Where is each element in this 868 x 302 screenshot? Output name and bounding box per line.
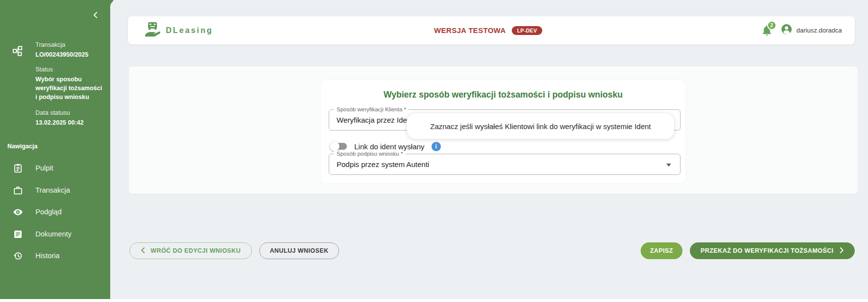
header-right: 2 dariusz.doradca bbox=[761, 16, 842, 44]
actions-right: ZAPISZ PRZEKAŻ DO WERYFIKACJI TOŻSAMOŚCI bbox=[641, 242, 855, 259]
ident-link-tooltip: Zaznacz jeśli wysłałeś Klientowi link do… bbox=[407, 113, 674, 139]
signature-method-value: Podpis przez system Autenti bbox=[337, 160, 429, 168]
sidebar-item-historia[interactable]: Historia bbox=[0, 250, 111, 263]
sidebar-collapse-button[interactable] bbox=[90, 10, 101, 22]
sidebar-item-podglad[interactable]: Podgląd bbox=[0, 206, 111, 219]
account-circle-icon bbox=[780, 23, 793, 37]
sidebar-item-label: Pulpit bbox=[35, 164, 53, 172]
content-card: Wybierz sposób weryfikacji tożsamości i … bbox=[129, 67, 858, 194]
sidebar-item-label: Podgląd bbox=[35, 208, 62, 216]
chevron-down-icon bbox=[666, 164, 671, 167]
history-icon bbox=[13, 251, 23, 261]
page-title: Wybierz sposób weryfikacji tożsamości i … bbox=[321, 90, 685, 100]
sidebar-item-label: Historia bbox=[35, 252, 60, 260]
submit-verification-button[interactable]: PRZEKAŻ DO WERYFIKACJI TOŻSAMOŚCI bbox=[690, 242, 855, 259]
env-badge: LP-DEV bbox=[512, 26, 542, 35]
info-icon[interactable]: i bbox=[432, 142, 441, 151]
sidebar: Transakcja LO/00243950/2025 Status Wybór… bbox=[0, 0, 113, 299]
sidebar-item-dokumenty[interactable]: Dokumenty bbox=[0, 228, 111, 241]
sidebar-item-transakcja[interactable]: Transakcja bbox=[0, 184, 111, 197]
bottom-strip bbox=[0, 299, 868, 302]
document-icon bbox=[13, 229, 23, 239]
status-value: Wybór sposobu weryfikacji tożsamości i p… bbox=[35, 75, 105, 101]
notifications-badge: 2 bbox=[767, 21, 776, 30]
main-panel: DLeasing WERSJA TESTOWA LP-DEV 2 dari bbox=[110, 0, 868, 299]
chevron-left-icon bbox=[141, 247, 145, 255]
verification-form-card: Wybierz sposób weryfikacji tożsamości i … bbox=[321, 80, 685, 183]
header-bar: DLeasing WERSJA TESTOWA LP-DEV 2 dari bbox=[128, 16, 855, 44]
nav-section-header: Nawigacja bbox=[7, 143, 37, 150]
back-button-label: WRÓĆ DO EDYCJI WNIOSKU bbox=[151, 247, 241, 254]
toggle-thumb bbox=[330, 141, 340, 151]
transaction-number: LO/00243950/2025 bbox=[35, 50, 105, 59]
save-button-label: ZAPISZ bbox=[650, 247, 673, 254]
notifications-button[interactable]: 2 bbox=[761, 24, 774, 37]
tooltip-text: Zaznacz jeśli wysłałeś Klientowi link do… bbox=[430, 122, 651, 131]
status-label: Status bbox=[35, 66, 53, 73]
status-date-value: 13.02.2025 00:42 bbox=[35, 118, 105, 127]
logo[interactable]: DLeasing bbox=[144, 16, 213, 44]
sidebar-item-pulpit[interactable]: Pulpit bbox=[0, 162, 111, 175]
briefcase-icon bbox=[13, 185, 23, 196]
status-date-label: Data statusu bbox=[35, 109, 70, 116]
sidebar-item-label: Dokumenty bbox=[35, 230, 71, 238]
chevron-right-icon bbox=[839, 247, 844, 255]
eye-icon bbox=[13, 207, 23, 217]
save-button[interactable]: ZAPISZ bbox=[641, 242, 682, 259]
sidebar-item-label: Transakcja bbox=[35, 186, 70, 194]
signature-method-label: Sposób podpisu wniosku * bbox=[334, 151, 405, 157]
environment-banner: WERSJA TESTOWA LP-DEV bbox=[434, 16, 542, 44]
bell-icon bbox=[761, 30, 773, 38]
chevron-left-icon bbox=[93, 11, 99, 20]
ident-link-toggle[interactable] bbox=[330, 141, 347, 151]
verification-method-label: Sposób weryfikacji Klienta * bbox=[334, 106, 408, 112]
transaction-label: Transakcja bbox=[35, 41, 65, 48]
username: dariusz.doradca bbox=[797, 27, 842, 34]
cancel-request-button[interactable]: ANULUJ WNIOSEK bbox=[259, 242, 339, 259]
car-on-hand-icon bbox=[144, 21, 161, 39]
env-label: WERSJA TESTOWA bbox=[434, 26, 506, 34]
ident-link-toggle-label: Link do ident wysłany bbox=[354, 142, 425, 151]
submit-button-label: PRZEKAŻ DO WERYFIKACJI TOŻSAMOŚCI bbox=[701, 247, 834, 254]
schema-icon bbox=[12, 45, 23, 56]
user-menu[interactable]: dariusz.doradca bbox=[780, 23, 842, 37]
actions-left: WRÓĆ DO EDYCJI WNIOSKU ANULUJ WNIOSEK bbox=[129, 242, 339, 259]
cancel-button-label: ANULUJ WNIOSEK bbox=[270, 247, 329, 254]
verification-method-value: Weryfikacja przez Ident bbox=[337, 116, 413, 124]
signature-method-select[interactable]: Sposób podpisu wniosku * Podpis przez sy… bbox=[329, 154, 681, 175]
app-screen: Transakcja LO/00243950/2025 Status Wybór… bbox=[0, 0, 868, 302]
logo-text: DLeasing bbox=[166, 26, 213, 35]
clipboard-icon bbox=[13, 163, 23, 173]
back-to-edit-button[interactable]: WRÓĆ DO EDYCJI WNIOSKU bbox=[129, 242, 252, 259]
